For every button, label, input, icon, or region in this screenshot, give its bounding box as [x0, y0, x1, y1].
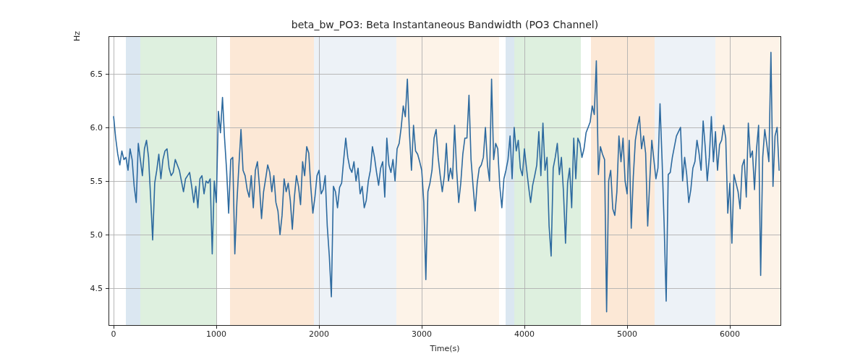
- y-tick-label: 4.5: [67, 284, 103, 293]
- x-tick-label: 4000: [503, 329, 546, 339]
- y-axis-label: Hz: [72, 0, 87, 181]
- tick-mark-y: [106, 288, 109, 289]
- x-tick-label: 6000: [708, 329, 752, 339]
- x-tick-label: 1000: [195, 329, 238, 339]
- y-tick-label: 6.0: [67, 122, 103, 132]
- tick-mark-x: [216, 326, 217, 329]
- line-series: [109, 36, 781, 326]
- tick-mark-y: [106, 181, 109, 182]
- axes: 01000200030004000500060004.55.05.56.06.5: [109, 36, 781, 326]
- x-tick-label: 3000: [400, 329, 443, 339]
- plot-area: [109, 36, 781, 326]
- tick-mark-x: [114, 326, 114, 329]
- x-axis-label: Time(s): [109, 344, 781, 353]
- tick-mark-x: [627, 326, 628, 329]
- y-tick-label: 6.5: [67, 69, 103, 78]
- tick-mark-x: [422, 326, 422, 329]
- y-tick-label: 5.5: [67, 177, 103, 186]
- tick-mark-y: [106, 74, 109, 75]
- x-tick-label: 2000: [297, 329, 341, 339]
- x-tick-label: 5000: [605, 329, 649, 339]
- tick-mark-x: [730, 326, 731, 329]
- x-tick-label: 0: [92, 329, 135, 339]
- tick-mark-y: [106, 235, 109, 235]
- tick-mark-x: [524, 326, 525, 329]
- figure: beta_bw_PO3: Beta Instantaneous Bandwidt…: [0, 0, 868, 362]
- tick-mark-y: [106, 127, 109, 128]
- tick-mark-x: [319, 326, 320, 329]
- chart-title: beta_bw_PO3: Beta Instantaneous Bandwidt…: [109, 19, 781, 30]
- y-tick-label: 5.0: [67, 230, 103, 240]
